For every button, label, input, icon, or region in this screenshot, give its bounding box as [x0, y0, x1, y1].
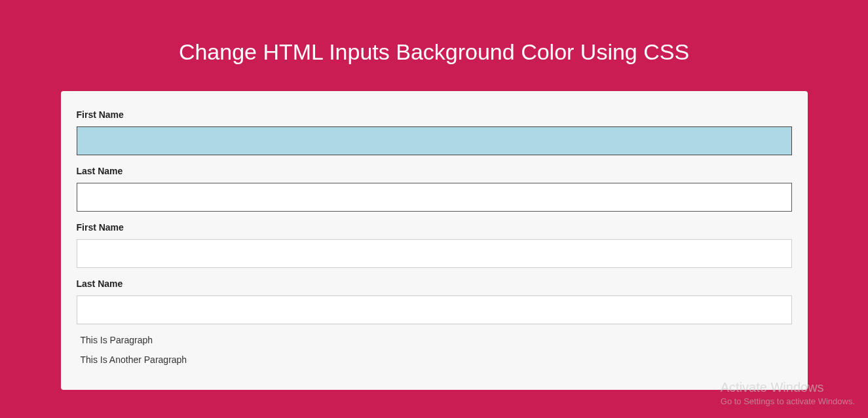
form-container: First Name Last Name First Name Last Nam… [61, 91, 808, 390]
label-first-name-1: First Name [77, 109, 792, 120]
activate-windows-subtitle: Go to Settings to activate Windows. [721, 396, 855, 406]
input-first-name-2[interactable] [77, 239, 792, 268]
label-first-name-2: First Name [77, 222, 792, 233]
label-last-name-2: Last Name [77, 278, 792, 289]
input-last-name-2[interactable] [77, 295, 792, 324]
input-first-name-1[interactable] [77, 126, 792, 155]
input-last-name-1[interactable] [77, 183, 792, 212]
form-group-first-name-1: First Name [77, 109, 792, 155]
label-last-name-1: Last Name [77, 166, 792, 176]
form-group-first-name-2: First Name [77, 222, 792, 268]
form-group-last-name-2: Last Name [77, 278, 792, 324]
page-title: Change HTML Inputs Background Color Usin… [0, 0, 868, 91]
paragraph-1: This Is Paragraph [81, 335, 792, 345]
paragraph-2: This Is Another Paragraph [81, 354, 792, 365]
form-group-last-name-1: Last Name [77, 166, 792, 212]
